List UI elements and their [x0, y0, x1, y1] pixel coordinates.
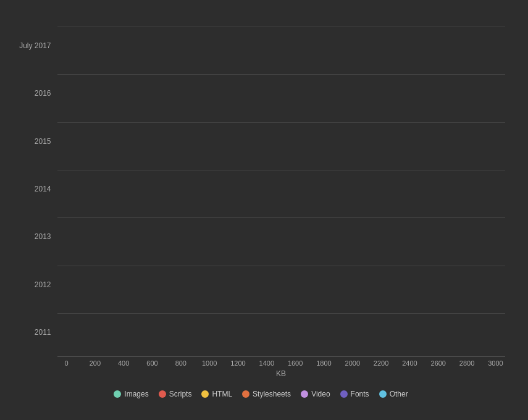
- x-ticks: 0200400600800100012001400160018002000220…: [57, 356, 505, 367]
- legend-label-stylesheets: Stylesheets: [253, 390, 291, 398]
- legend-label-other: Other: [390, 390, 408, 398]
- y-label: 2016: [17, 89, 51, 98]
- bar-row: [57, 27, 505, 65]
- fonts-icon: [340, 390, 348, 398]
- y-label: 2011: [17, 328, 51, 337]
- x-tick: 2600: [429, 359, 448, 367]
- x-tick: 600: [143, 359, 161, 367]
- chart-area: July 2017201620152014201320122011 020040…: [17, 22, 505, 381]
- legend-label-html: HTML: [212, 390, 232, 398]
- x-tick: 2800: [458, 359, 476, 367]
- bar-row: [57, 122, 505, 161]
- y-label: 2012: [17, 280, 51, 289]
- x-tick: 2000: [343, 359, 362, 367]
- legend-label-video: Video: [311, 390, 330, 398]
- legend-label-scripts: Scripts: [169, 390, 192, 398]
- bar-row: [57, 313, 505, 351]
- bar-row: [57, 217, 505, 256]
- x-tick: 1000: [200, 359, 219, 367]
- bar-row: [57, 266, 505, 304]
- legend-item-images: Images: [114, 390, 148, 398]
- y-label: July 2017: [17, 41, 51, 50]
- x-tick: 200: [86, 359, 104, 367]
- legend-item-video: Video: [301, 390, 330, 398]
- stylesheets-icon: [242, 390, 249, 398]
- y-axis: July 2017201620152014201320122011: [17, 22, 57, 381]
- html-icon: [201, 390, 209, 398]
- legend-item-other: Other: [379, 390, 408, 398]
- x-tick: 1800: [314, 359, 333, 367]
- x-tick: 0: [57, 359, 76, 367]
- x-axis-label: KB: [57, 369, 505, 378]
- x-tick: 1400: [258, 359, 276, 367]
- other-icon: [379, 390, 387, 398]
- video-icon: [301, 390, 308, 398]
- x-tick: 800: [172, 359, 190, 367]
- bar-row: [57, 74, 505, 112]
- x-tick: 1200: [228, 359, 247, 367]
- x-tick: 400: [114, 359, 133, 367]
- y-label: 2014: [17, 185, 51, 193]
- bars-and-xaxis: 0200400600800100012001400160018002000220…: [57, 22, 505, 381]
- x-axis: 0200400600800100012001400160018002000220…: [57, 356, 505, 381]
- y-label: 2015: [17, 137, 51, 146]
- images-icon: [114, 390, 121, 398]
- legend-item-html: HTML: [201, 390, 232, 398]
- legend-label-images: Images: [124, 390, 148, 398]
- bars-section: [57, 22, 505, 356]
- legend-label-fonts: Fonts: [351, 390, 369, 398]
- x-tick: 3000: [486, 359, 505, 367]
- x-tick: 2400: [400, 359, 419, 367]
- legend-item-scripts: Scripts: [159, 390, 192, 398]
- chart-container: July 2017201620152014201320122011 020040…: [11, 9, 518, 411]
- y-label: 2013: [17, 232, 51, 241]
- scripts-icon: [159, 390, 166, 398]
- x-tick: 2200: [372, 359, 390, 367]
- legend-item-stylesheets: Stylesheets: [242, 390, 291, 398]
- legend-item-fonts: Fonts: [340, 390, 369, 398]
- bar-row: [57, 170, 505, 208]
- legend: ImagesScriptsHTMLStylesheetsVideoFontsOt…: [17, 384, 505, 398]
- x-tick: 1600: [286, 359, 304, 367]
